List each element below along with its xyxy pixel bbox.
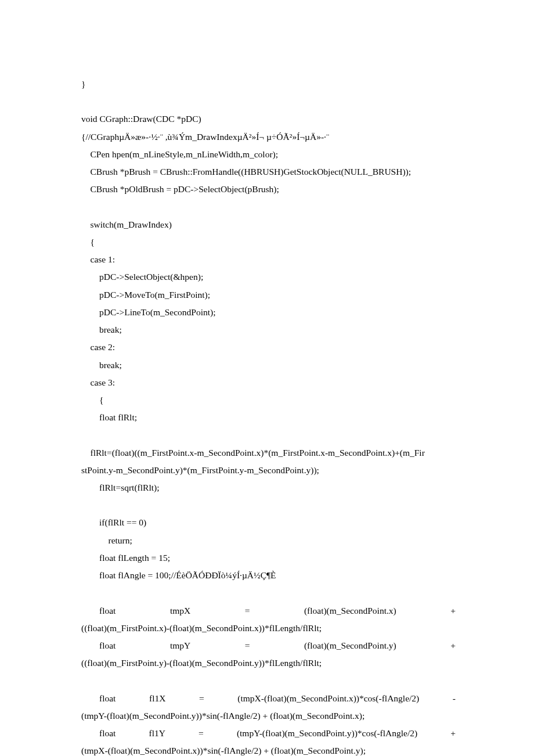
code-line	[81, 199, 456, 216]
code-line: {//CGraphµÄ»æ»-·½·¨ ,ù¾Ým_DrawIndexµÄ²»Í…	[81, 128, 456, 146]
code-token: -	[453, 690, 456, 707]
code-token: fl1Y	[149, 725, 165, 742]
code-line: {	[81, 391, 456, 409]
code-token: tmpX	[170, 602, 190, 620]
code-token: float	[81, 602, 116, 620]
code-line: void CGraph::Draw(CDC *pDC)	[81, 110, 456, 128]
code-line: floattmpY=(float)(m_SecondPoint.y)+	[81, 637, 456, 654]
code-token: =	[199, 690, 204, 707]
code-line: case 1:	[81, 251, 456, 268]
code-line: pDC->LineTo(m_SecondPoint);	[81, 304, 456, 321]
code-line: stPoint.y-m_SecondPoint.y)*(m_FirstPoint…	[81, 462, 456, 479]
code-token: (tmpX-(float)(m_SecondPoint.x))*cos(-flA…	[237, 690, 419, 707]
code-token: float	[81, 725, 116, 742]
code-line: }	[81, 75, 456, 93]
code-line: pDC->MoveTo(m_FirstPoint);	[81, 286, 456, 304]
code-line	[81, 426, 456, 444]
code-line: ((float)(m_FirstPoint.x)-(float)(m_Secon…	[81, 620, 456, 637]
code-line: floatfl1X=(tmpX-(float)(m_SecondPoint.x)…	[81, 690, 456, 707]
code-token: +	[450, 637, 456, 654]
code-line: {	[81, 233, 456, 251]
code-line: case 2:	[81, 339, 456, 356]
code-line: floattmpX=(float)(m_SecondPoint.x)+	[81, 602, 456, 620]
code-line: return;	[81, 532, 456, 549]
code-line: pDC->SelectObject(&hpen);	[81, 268, 456, 286]
code-line	[81, 584, 456, 602]
code-line	[81, 672, 456, 689]
code-line: case 3:	[81, 374, 456, 391]
code-line: switch(m_DrawIndex)	[81, 216, 456, 233]
code-line: break;	[81, 357, 456, 374]
code-token: +	[450, 725, 456, 742]
code-token: =	[199, 725, 204, 742]
code-line: CBrush *pBrush = CBrush::FromHandle((HBR…	[81, 163, 456, 181]
code-line: float flLength = 15;	[81, 549, 456, 567]
code-token: (tmpY-(float)(m_SecondPoint.y))*cos(-flA…	[237, 725, 417, 742]
code-line: (tmpY-(float)(m_SecondPoint.y))*sin(-flA…	[81, 707, 456, 725]
code-line: float flRlt;	[81, 409, 456, 426]
code-line: float flAngle = 100;//ÉèÖÃÓÐÐÏò¼ýÍ·µÄ½Ç¶…	[81, 567, 456, 584]
code-token: (float)(m_SecondPoint.y)	[304, 637, 396, 654]
code-line: break;	[81, 321, 456, 339]
code-token: float	[81, 690, 116, 707]
document-page: } void CGraph::Draw(CDC *pDC){//CGraphµÄ…	[0, 0, 534, 756]
code-token: =	[245, 637, 250, 654]
code-line: CBrush *pOldBrush = pDC->SelectObject(pB…	[81, 181, 456, 198]
code-line: floatfl1Y=(tmpY-(float)(m_SecondPoint.y)…	[81, 725, 456, 742]
code-line: ((float)(m_FirstPoint.y)-(float)(m_Secon…	[81, 654, 456, 672]
code-line: if(flRlt == 0)	[81, 514, 456, 531]
code-token: (float)(m_SecondPoint.x)	[304, 602, 396, 620]
code-line: flRlt=sqrt(flRlt);	[81, 479, 456, 496]
code-line: CPen hpen(m_nLineStyle,m_nLineWidth,m_co…	[81, 146, 456, 163]
code-token: tmpY	[170, 637, 190, 654]
code-token: =	[245, 602, 250, 620]
code-line: (tmpX-(float)(m_SecondPoint.x))*sin(-flA…	[81, 742, 456, 756]
code-token: +	[450, 602, 456, 620]
code-token: fl1X	[149, 690, 165, 707]
code-line	[81, 496, 456, 514]
code-line	[81, 93, 456, 110]
code-token: float	[81, 637, 116, 654]
code-line: flRlt=(float)((m_FirstPoint.x-m_SecondPo…	[81, 444, 456, 462]
